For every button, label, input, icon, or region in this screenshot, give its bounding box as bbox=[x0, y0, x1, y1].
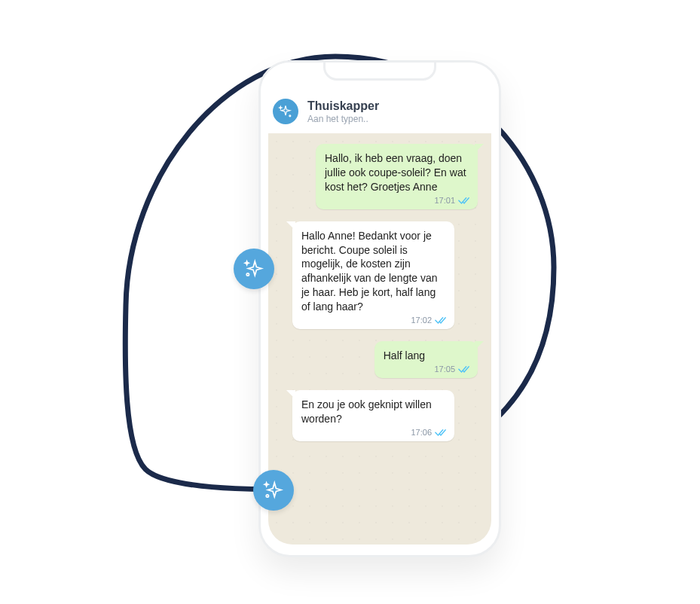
message-text: Hallo Anne! Bedankt voor je bericht. Cou… bbox=[301, 230, 438, 313]
phone-frame: Thuiskapper Aan het typen.. Hallo, ik he… bbox=[258, 60, 501, 557]
message-time: 17:05 bbox=[434, 364, 455, 375]
contact-avatar[interactable] bbox=[273, 99, 298, 124]
contact-name: Thuiskapper bbox=[307, 99, 379, 113]
sparkle-icon bbox=[278, 104, 293, 119]
message-time: 17:02 bbox=[411, 315, 432, 326]
message-time: 17:06 bbox=[411, 427, 432, 438]
double-check-icon bbox=[458, 197, 470, 205]
double-check-icon bbox=[435, 316, 447, 325]
double-check-icon bbox=[435, 429, 447, 437]
message-text: En zou je ook geknipt willen worden? bbox=[301, 398, 432, 425]
typing-indicator: Aan het typen.. bbox=[307, 114, 379, 124]
ai-badge bbox=[234, 249, 274, 289]
header-text: Thuiskapper Aan het typen.. bbox=[307, 99, 379, 124]
sparkle-icon bbox=[243, 258, 265, 280]
message-time: 17:01 bbox=[434, 195, 455, 206]
svg-point-1 bbox=[246, 273, 249, 276]
sparkle-icon bbox=[262, 479, 285, 502]
message-text: Hallo, ik heb een vraag, doen jullie ook… bbox=[325, 152, 466, 193]
svg-point-0 bbox=[289, 115, 291, 117]
message-bubble-received[interactable]: Hallo Anne! Bedankt voor je bericht. Cou… bbox=[292, 221, 454, 329]
double-check-icon bbox=[458, 365, 470, 374]
message-list: Hallo, ik heb een vraag, doen jullie ook… bbox=[268, 133, 491, 452]
phone-notch bbox=[323, 61, 436, 81]
message-bubble-sent[interactable]: Half lang 17:05 bbox=[374, 341, 478, 378]
chat-area[interactable]: Hallo, ik heb een vraag, doen jullie ook… bbox=[268, 133, 491, 545]
svg-point-2 bbox=[266, 495, 268, 497]
message-bubble-sent[interactable]: Hallo, ik heb een vraag, doen jullie ook… bbox=[316, 144, 478, 209]
message-bubble-received[interactable]: En zou je ook geknipt willen worden? 17:… bbox=[292, 390, 454, 441]
message-text: Half lang bbox=[384, 349, 425, 361]
ai-badge bbox=[253, 470, 294, 511]
